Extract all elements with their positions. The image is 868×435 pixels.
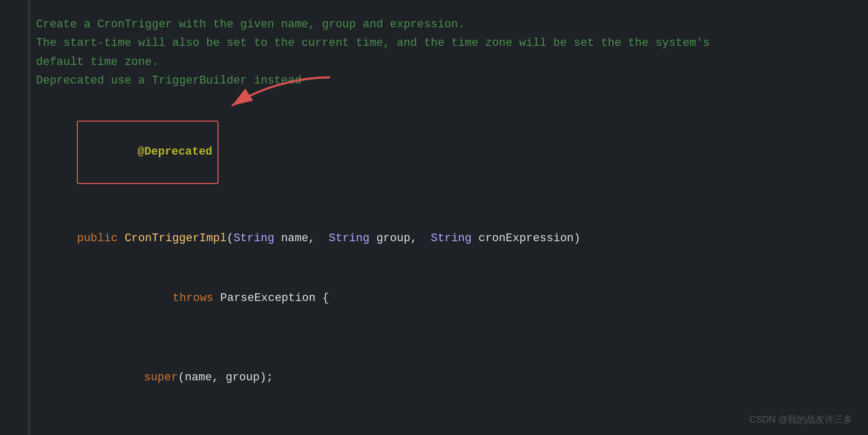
comment-line-3: default time zone. [36, 53, 847, 72]
code-line-super: super(name, group); [36, 348, 847, 408]
code-line-blank-1 [36, 328, 847, 348]
comment-line-1: Create a CronTrigger with the given name… [36, 15, 847, 34]
code-line-blank-2 [36, 408, 847, 428]
comment-block: Create a CronTrigger with the given name… [36, 15, 847, 90]
left-border [28, 0, 30, 435]
comment-line-2: The start-time will also be set to the c… [36, 34, 847, 53]
watermark: CSDN @我的战友许三多 [749, 413, 853, 426]
code-line-1: public CronTriggerImpl(String name, Stri… [36, 209, 847, 269]
code-line-2: throws ParseException { [36, 269, 847, 328]
code-line-set-cron: setCronExpression(cronExpression); [36, 427, 847, 435]
code-block: public CronTriggerImpl(String name, Stri… [36, 209, 847, 435]
deprecated-annotation: @Deprecated [36, 101, 847, 204]
annotation-line: @Deprecated [36, 101, 847, 204]
code-container: Create a CronTrigger with the given name… [0, 0, 868, 435]
comment-line-4: Deprecated use a TriggerBuilder instead [36, 72, 847, 90]
